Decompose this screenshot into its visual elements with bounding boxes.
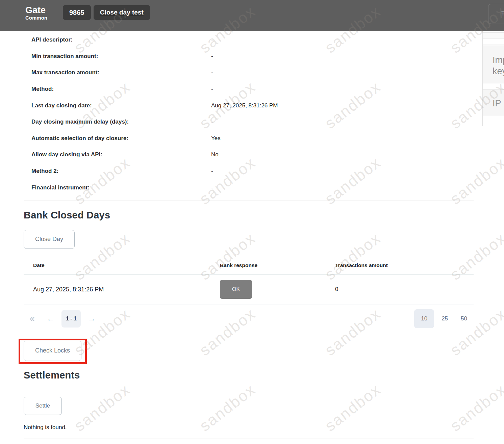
- pagination-range[interactable]: 1 - 1: [61, 310, 81, 328]
- detail-value: No: [211, 151, 219, 158]
- settle-button[interactable]: Settle: [24, 397, 62, 415]
- column-header-bank-response: Bank response: [220, 262, 335, 268]
- page-size-options: 10 25 50: [414, 309, 467, 328]
- header-cut-button[interactable]: To: [488, 4, 504, 24]
- detail-row: Max transaction amount:-: [24, 64, 474, 81]
- main-content: API descriptor:- Min transaction amount:…: [24, 31, 474, 439]
- pagination-next-icon[interactable]: →: [87, 314, 96, 323]
- detail-row: Allow day closing via API:No: [24, 147, 474, 163]
- detail-row: Method:-: [24, 81, 474, 98]
- detail-row: Method 2:-: [24, 163, 474, 180]
- detail-row: Automatic selection of day closure:Yes: [24, 130, 474, 147]
- closed-days-table: Date Bank response Transactions amount A…: [24, 262, 474, 305]
- pagination-first-icon[interactable]: «: [30, 313, 34, 324]
- sidebar-item-label-line: key: [493, 66, 504, 77]
- close-day-button[interactable]: Close Day: [24, 230, 75, 249]
- sidebar-item-label-line: Imp: [493, 55, 504, 66]
- detail-label: Max transaction amount:: [24, 69, 211, 76]
- detail-value: -: [211, 53, 213, 60]
- details-divider: [24, 201, 474, 201]
- bank-closed-days-title: Bank Closed Days: [24, 210, 474, 221]
- detail-label: Financial instrument:: [24, 184, 211, 191]
- column-header-transactions-amount: Transactions amount: [335, 262, 474, 268]
- pagination-prev-icon[interactable]: ←: [46, 314, 55, 323]
- transactions-amount-value: 0: [335, 286, 474, 293]
- detail-value: Yes: [211, 135, 221, 142]
- settlements-empty-text: Nothing is found.: [24, 424, 474, 431]
- detail-row: Financial instrument:-: [24, 179, 474, 196]
- gate-details: API descriptor:- Min transaction amount:…: [24, 31, 474, 196]
- page-size-50[interactable]: 50: [461, 315, 467, 322]
- detail-value: -: [211, 119, 213, 125]
- detail-label: Allow day closing via API:: [24, 151, 211, 158]
- detail-row: Last day closing date:Aug 27, 2025, 8:31…: [24, 97, 474, 114]
- detail-row: Min transaction amount:-: [24, 48, 474, 65]
- bottom-divider: [24, 439, 474, 439]
- detail-value: -: [211, 184, 213, 191]
- bank-response-ok-button[interactable]: OK: [220, 280, 252, 299]
- app-subtitle: Common: [25, 15, 47, 21]
- table-row: Aug 27, 2025, 8:31:26 PM OK 0: [24, 275, 474, 305]
- pagination: « ← 1 - 1 → 10 25 50: [24, 309, 474, 328]
- detail-value: -: [211, 69, 213, 76]
- page-size-25[interactable]: 25: [442, 315, 448, 322]
- column-header-date: Date: [33, 262, 220, 268]
- detail-label: Method 2:: [24, 168, 211, 175]
- closed-day-date: Aug 27, 2025, 8:31:26 PM: [33, 286, 220, 293]
- gate-name-link[interactable]: Close day test: [94, 5, 150, 20]
- app-header: Gate Common 9865 Close day test To: [0, 0, 504, 31]
- detail-row: API descriptor:-: [24, 32, 474, 48]
- sidebar-card-sliver: [483, 32, 504, 38]
- detail-row: Day closing maximum delay (days):-: [24, 114, 474, 130]
- detail-value: -: [211, 168, 213, 175]
- table-header-row: Date Bank response Transactions amount: [24, 262, 474, 275]
- page-size-10[interactable]: 10: [414, 309, 434, 328]
- detail-value: -: [211, 36, 213, 43]
- sidebar-item-keys[interactable]: Imp key: [483, 46, 504, 83]
- detail-label: Automatic selection of day closure:: [24, 135, 211, 142]
- detail-label: Day closing maximum delay (days):: [24, 119, 211, 125]
- app-title: Gate: [25, 5, 47, 15]
- check-locks-button[interactable]: Check Locks: [24, 341, 81, 361]
- sidebar-item-label-line: IP: [493, 98, 504, 109]
- detail-value: -: [211, 86, 213, 93]
- check-locks-wrapper: Check Locks: [24, 341, 81, 361]
- detail-label: Method:: [24, 86, 211, 93]
- detail-label: Last day closing date:: [24, 102, 211, 109]
- sidebar-card-sliver: [483, 41, 504, 45]
- settlements-title: Settlements: [24, 370, 474, 381]
- detail-label: Min transaction amount:: [24, 53, 211, 60]
- detail-label: API descriptor:: [24, 36, 211, 43]
- gate-id-badge: 9865: [63, 5, 91, 20]
- detail-value: Aug 27, 2025, 8:31:26 PM: [211, 102, 278, 109]
- sidebar-item-ip[interactable]: IP: [483, 89, 504, 116]
- app-brand: Gate Common: [25, 5, 47, 21]
